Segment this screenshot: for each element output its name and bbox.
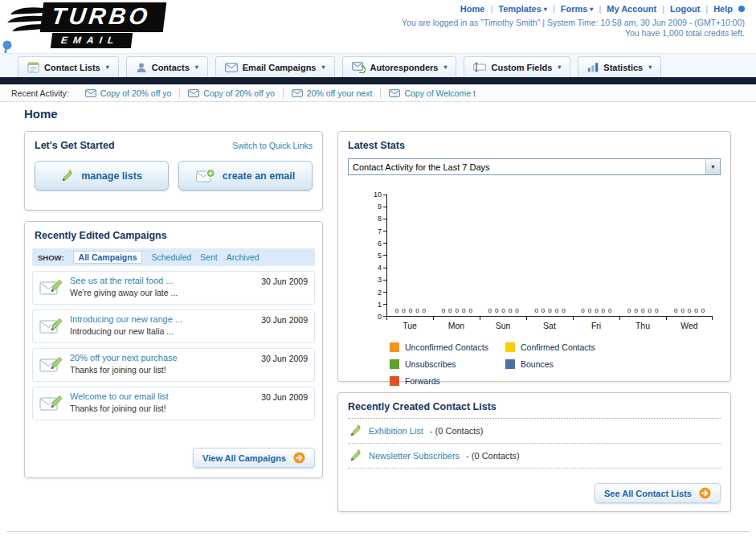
arrow-right-icon [293, 452, 305, 464]
chevron-down-icon: ▾ [648, 64, 652, 71]
chart-bar-group: 00000 [619, 195, 666, 316]
manage-lists-label: manage lists [81, 170, 142, 182]
y-tick-label: 3 [378, 276, 382, 284]
stats-period-value: Contact Activity for the Last 7 Days [353, 162, 490, 172]
bar-value-label: 0 [627, 307, 631, 314]
bar-value-label: 0 [409, 307, 412, 314]
bar-value-label: 0 [694, 307, 697, 314]
recent-activity-item-label: Copy of Welcome t [404, 88, 476, 98]
latest-stats-panel: Latest Stats Contact Activity for the La… [337, 131, 731, 382]
contact-list-link[interactable]: Exhibition List [369, 426, 423, 436]
nav-tab-label: Autoresponders [370, 63, 439, 72]
nav-tab-label: Statistics [603, 63, 643, 72]
campaign-title-link[interactable]: See us at the retail food ... [70, 276, 255, 285]
campaign-title-link[interactable]: Introducing our new range ... [70, 314, 255, 324]
envelope-icon [389, 89, 400, 97]
manage-lists-button[interactable]: manage lists [35, 161, 169, 191]
nav-tab-custom-fields[interactable]: Custom Fields▾ [464, 56, 570, 77]
bar-value-label: 0 [456, 307, 459, 314]
chart-bar-group: 00000 [387, 195, 434, 316]
bar-value-label: 0 [602, 307, 605, 314]
campaign-date: 30 Jun 2009 [261, 315, 308, 325]
top-link-help[interactable]: Help [713, 4, 733, 14]
bar-value-label: 0 [555, 307, 558, 314]
bar-value-label: 0 [635, 307, 638, 314]
recent-activity-item[interactable]: Copy of 20% off yo [180, 88, 284, 98]
create-email-button[interactable]: create an email [178, 161, 313, 191]
bar-value-label: 0 [442, 307, 445, 314]
chevron-down-icon: ▾ [195, 64, 198, 71]
select-arrow-icon: ▼ [705, 159, 720, 174]
view-all-campaigns-label: View All Campaigns [202, 453, 286, 463]
campaign-tab-scheduled[interactable]: Scheduled [151, 252, 191, 262]
bar-value-label: 0 [608, 307, 611, 314]
y-tick-label: 9 [378, 203, 382, 211]
logo-swoosh-icon [6, 5, 45, 37]
contact-list-count: - (0 Contacts) [430, 426, 484, 436]
view-all-campaigns-button[interactable]: View All Campaigns [193, 448, 315, 468]
campaign-rows: See us at the retail food ...We're givin… [25, 266, 322, 420]
contact-list-link[interactable]: Newsletter Subscribers [369, 451, 460, 461]
nav-tab-autoresponders[interactable]: Autoresponders▾ [342, 56, 457, 77]
see-all-contact-lists-button[interactable]: See All Contact Lists [595, 483, 721, 503]
chart-plot: 00000000000000000000000000000000000 [386, 195, 713, 317]
legend-item-unconfirmed-contacts: Unconfirmed Contacts [390, 342, 505, 352]
chart-x-axis: TueMonSunSatFriThuWed [369, 317, 721, 330]
envelope-icon [85, 89, 96, 97]
campaign-tab-all-campaigns[interactable]: All Campaigns [73, 251, 143, 264]
x-axis-label: Thu [619, 317, 666, 330]
campaign-tab-archived[interactable]: Archived [227, 252, 259, 262]
envelope-pencil-icon [39, 277, 63, 297]
recent-activity-item[interactable]: 20% off your next [284, 88, 382, 98]
chart-y-axis: 109876543210 [369, 195, 386, 317]
recent-activity-item-label: Copy of 20% off yo [100, 88, 172, 98]
envelope-pencil-icon [39, 316, 63, 335]
chevron-down-icon: ▾ [558, 64, 561, 71]
chevron-down-icon: ▾ [590, 6, 593, 13]
campaign-subtitle: Thanks for joining our list! [70, 365, 255, 375]
chevron-down-icon: ▾ [443, 64, 447, 71]
top-link-my-account[interactable]: My Account [607, 4, 656, 14]
bar-value-label: 0 [541, 307, 545, 314]
envelope-icon [188, 89, 199, 97]
campaign-title-link[interactable]: 20% off your next purchase [70, 353, 255, 363]
nav-tab-email-campaigns[interactable]: Email Campaigns▾ [215, 56, 335, 77]
stats-period-select[interactable]: Contact Activity for the Last 7 Days ▼ [348, 158, 721, 175]
switch-quick-links-link[interactable]: Switch to Quick Links [232, 141, 313, 150]
create-email-label: create an email [223, 170, 295, 182]
autoresponders-icon [352, 62, 366, 73]
top-link-templates[interactable]: Templates▾ [498, 4, 547, 14]
y-tick-label: 7 [378, 227, 382, 236]
nav-tab-contact-lists[interactable]: Contact Lists▾ [18, 56, 119, 77]
contacts-icon [136, 62, 147, 73]
recent-activity-item[interactable]: Copy of 20% off yo [77, 88, 181, 98]
bar-value-label: 0 [495, 307, 498, 314]
y-tick-label: 5 [378, 252, 382, 260]
campaign-title-link[interactable]: Welcome to our email list [70, 391, 255, 401]
campaign-row: See us at the retail food ...We're givin… [32, 271, 315, 305]
legend-swatch [505, 342, 515, 352]
top-link-forms[interactable]: Forms▾ [561, 4, 594, 14]
arrow-right-icon [699, 487, 711, 499]
logo-subtitle: EMAIL [51, 33, 133, 48]
campaign-tab-sent[interactable]: Sent [200, 252, 218, 262]
nav-tab-contacts[interactable]: Contacts▾ [126, 56, 208, 77]
contact-lists-title: Recently Created Contact Lists [348, 401, 497, 412]
pencil-icon [349, 449, 362, 462]
bar-value-label: 0 [674, 307, 677, 314]
x-axis-label: Fri [573, 317, 619, 330]
top-link-logout[interactable]: Logout [670, 4, 700, 14]
credits-info: You have 1,000 total credits left. [625, 28, 745, 38]
campaign-subtitle: Thanks for joining our list! [70, 404, 255, 413]
bar-value-label: 0 [468, 307, 472, 314]
top-link-home[interactable]: Home [460, 4, 485, 14]
envelope-pencil-icon [39, 393, 63, 412]
contact-lists-footer: See All Contact Lists [348, 477, 721, 503]
custom-fields-icon [473, 62, 486, 72]
chart-bar-group: 00000 [573, 195, 619, 316]
recent-activity-item[interactable]: Copy of Welcome t [381, 88, 484, 98]
legend-swatch [390, 376, 399, 386]
bar-value-label: 0 [402, 307, 405, 314]
activity-items: Copy of 20% off yoCopy of 20% off yo20% … [77, 88, 484, 98]
nav-tab-statistics[interactable]: Statistics▾ [578, 56, 661, 77]
